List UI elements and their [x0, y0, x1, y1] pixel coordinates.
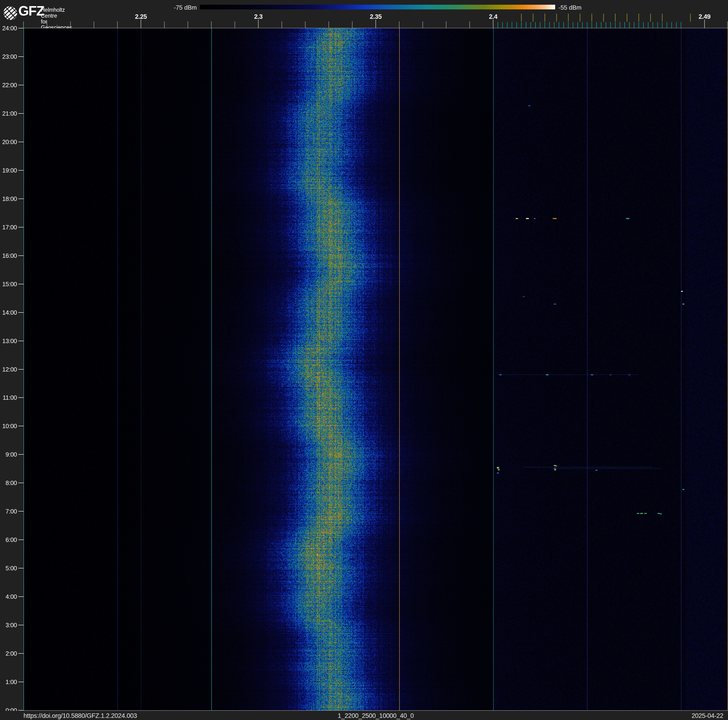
freq-minor-tick — [281, 21, 282, 28]
ble-channel-tick — [606, 22, 606, 28]
wifi-channel-tick — [533, 14, 533, 21]
ble-channel-tick — [648, 22, 648, 28]
ble-channel-tick — [610, 22, 611, 28]
freq-minor-tick — [23, 21, 24, 28]
time-axis-label: 6:00 — [0, 536, 17, 544]
time-axis-label: 21:00 — [0, 110, 17, 117]
spectrogram-plot — [23, 28, 728, 710]
ble-channel-tick — [578, 22, 578, 28]
freq-minor-tick — [70, 21, 71, 28]
colorbar-max-label: -55 dBm — [558, 4, 581, 11]
ble-channel-tick — [592, 22, 592, 28]
freq-minor-tick — [94, 21, 94, 28]
time-axis-label: 9:00 — [0, 451, 17, 458]
time-axis-label: 24:00 — [0, 25, 17, 32]
freq-major-tick — [141, 20, 141, 28]
ble-channel-tick — [559, 22, 559, 28]
wifi-channel-tick — [580, 14, 580, 21]
wifi-channel-tick — [556, 14, 557, 21]
freq-axis-label: 2.3 — [244, 13, 272, 20]
wifi-channel-tick — [521, 14, 522, 21]
ble-channel-tick — [535, 22, 536, 28]
ble-channel-tick — [629, 22, 630, 28]
freq-minor-tick — [727, 21, 728, 28]
time-axis-label: 13:00 — [0, 337, 17, 345]
freq-minor-tick — [235, 21, 235, 28]
wifi-channel-tick — [615, 14, 615, 21]
freq-minor-tick — [211, 21, 212, 28]
ble-channel-tick — [498, 22, 498, 28]
date-label: 2025-04-22 — [691, 712, 723, 720]
wifi-channel-tick — [592, 14, 592, 21]
ble-channel-tick — [502, 22, 503, 28]
gfz-logo: GFZ Helmholtz Centre for Geosciences — [3, 6, 78, 22]
freq-axis-label: 2.35 — [362, 13, 390, 20]
time-axis-label: 3:00 — [0, 622, 17, 629]
ble-channel-tick — [624, 22, 625, 28]
ble-channel-tick — [596, 22, 597, 28]
dataset-filename: 1_2200_2500_10000_40_0 — [23, 712, 728, 720]
wifi-channel-tick — [639, 14, 639, 21]
ble-channel-tick — [540, 22, 540, 28]
ble-channel-tick — [554, 22, 554, 28]
ble-channel-tick — [516, 22, 517, 28]
wifi-channel-tick — [603, 14, 604, 21]
logo-acronym: GFZ — [18, 3, 44, 18]
freq-major-tick — [258, 20, 258, 28]
ble-channel-tick — [512, 22, 512, 28]
freq-major-tick — [493, 20, 493, 28]
freq-minor-tick — [164, 21, 165, 28]
ble-channel-tick — [601, 22, 601, 28]
freq-minor-tick — [117, 21, 118, 28]
ble-channel-tick — [643, 22, 644, 28]
wifi-channel-tick — [568, 14, 569, 21]
freq-axis-label: 2.4 — [479, 13, 507, 20]
ble-channel-tick — [676, 22, 677, 28]
ble-channel-tick — [615, 22, 615, 28]
gfz-globe-icon — [3, 6, 18, 21]
ble-channel-tick — [531, 22, 531, 28]
footer-bar: https://doi.org/10.5880/GFZ.1.2.2024.003… — [0, 711, 728, 720]
time-axis-label: 10:00 — [0, 423, 17, 430]
wifi-channel-tick — [690, 14, 691, 21]
time-axis-label: 16:00 — [0, 252, 17, 259]
time-axis-label: 2:00 — [0, 650, 17, 657]
ble-channel-tick — [620, 22, 620, 28]
ble-channel-tick — [568, 22, 569, 28]
ble-channel-tick — [549, 22, 550, 28]
time-axis-label: 12:00 — [0, 366, 17, 373]
power-colorbar — [200, 5, 555, 9]
wifi-channel-tick — [662, 14, 662, 21]
time-axis-label: 7:00 — [0, 508, 17, 515]
freq-axis-label: 2.49 — [690, 13, 719, 20]
ble-channel-tick — [587, 22, 587, 28]
freq-major-tick — [376, 20, 376, 28]
freq-minor-tick — [188, 21, 188, 28]
ble-channel-tick — [563, 22, 564, 28]
ble-channel-tick — [634, 22, 634, 28]
ble-channel-tick — [544, 22, 545, 28]
freq-minor-tick — [470, 21, 470, 28]
time-axis-label: 11:00 — [0, 394, 17, 401]
time-axis-label: 14:00 — [0, 309, 17, 316]
ble-channel-tick — [521, 22, 522, 28]
freq-minor-tick — [446, 21, 447, 28]
wifi-channel-tick — [650, 14, 651, 21]
time-axis-label: 22:00 — [0, 81, 17, 89]
ble-channel-tick — [653, 22, 653, 28]
logo-tagline-line1: Helmholtz Centre — [41, 7, 78, 19]
ble-channel-tick — [657, 22, 658, 28]
ble-channel-tick — [582, 22, 583, 28]
freq-minor-tick — [329, 21, 329, 28]
freq-minor-tick — [352, 21, 352, 28]
ble-channel-tick — [662, 22, 662, 28]
spectrogram-page: { "header": { "logo": { "acronym": "GFZ"… — [0, 0, 728, 720]
ble-channel-tick — [671, 22, 672, 28]
freq-major-tick — [704, 20, 705, 28]
ble-channel-tick — [667, 22, 667, 28]
time-axis-label: 20:00 — [0, 138, 17, 146]
time-axis-label: 5:00 — [0, 565, 17, 572]
wifi-channel-tick — [544, 14, 545, 21]
wifi-channel-tick — [627, 14, 627, 21]
freq-minor-tick — [399, 21, 399, 28]
